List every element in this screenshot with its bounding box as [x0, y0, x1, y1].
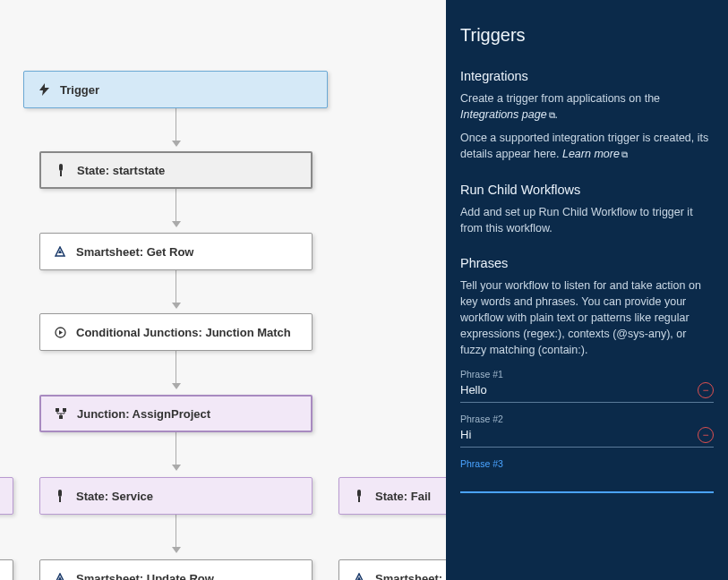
- arrow-head-icon: [172, 141, 181, 147]
- node-label: State: Fail: [375, 490, 431, 503]
- svg-rect-1: [60, 171, 62, 176]
- phrase-label: Phrase #3: [460, 458, 714, 469]
- workflow-canvas[interactable]: Trigger State: startstate Smartsheet: Ge…: [0, 0, 446, 580]
- phrases-heading: Phrases: [460, 256, 714, 270]
- node-smartsheet-getrow[interactable]: Smartsheet: Get Row: [39, 233, 313, 270]
- sidebar-title: Triggers: [460, 25, 714, 46]
- svg-rect-8: [357, 490, 361, 497]
- node-label: Smartsheet: Add: [375, 572, 446, 581]
- arrow-head-icon: [172, 465, 181, 471]
- svg-rect-9: [358, 497, 360, 502]
- integrations-page-link[interactable]: Integrations page⧉: [460, 108, 555, 121]
- svg-rect-0: [59, 164, 63, 171]
- node-label: Smartsheet: Update Row: [76, 572, 214, 581]
- svg-rect-4: [63, 408, 66, 412]
- connector: [176, 432, 176, 465]
- arrow-head-icon: [172, 547, 181, 553]
- node-label: State: startstate: [77, 164, 165, 177]
- node-state-fail[interactable]: State: Fail: [338, 477, 446, 515]
- svg-rect-5: [59, 415, 63, 419]
- phrase-field-1: Phrase #1 −: [460, 369, 714, 403]
- node-label: Trigger: [60, 83, 99, 97]
- node-state-service[interactable]: State: Service: [39, 477, 313, 515]
- phrase-field-2: Phrase #2 −: [460, 414, 714, 448]
- sidebar-panel: Triggers Integrations Create a trigger f…: [446, 0, 728, 580]
- junction-icon: [54, 406, 68, 421]
- node-smartsheet-addrow[interactable]: Smartsheet: Add: [338, 559, 446, 580]
- connector: [176, 270, 176, 303]
- phrases-desc: Tell your workflow to listen for and tak…: [460, 277, 714, 359]
- integrations-desc-1: Create a trigger from applications on th…: [460, 90, 714, 123]
- integrations-desc-2: Once a supported integration trigger is …: [460, 130, 714, 162]
- remove-phrase-button[interactable]: −: [698, 427, 714, 443]
- remove-phrase-button[interactable]: −: [698, 382, 714, 398]
- phrase-label: Phrase #1: [460, 369, 714, 380]
- smartsheet-icon: [352, 571, 366, 580]
- svg-rect-6: [58, 490, 62, 497]
- phrase-label: Phrase #2: [460, 414, 714, 424]
- phrase-input-3[interactable]: [460, 471, 714, 488]
- connector: [176, 108, 176, 141]
- runchild-heading: Run Child Workflows: [460, 183, 714, 197]
- external-link-icon: ⧉: [549, 109, 555, 123]
- svg-rect-3: [56, 408, 59, 412]
- connector: [176, 189, 176, 221]
- smartsheet-icon: [53, 244, 67, 259]
- node-label: Conditional Junctions: Junction Match: [76, 326, 291, 339]
- phrase-field-3: Phrase #3: [460, 458, 714, 493]
- connector: [176, 515, 176, 547]
- node-label: State: Service: [76, 490, 153, 503]
- play-circle-icon: [53, 325, 67, 339]
- integrations-heading: Integrations: [460, 69, 714, 83]
- node-partial-left[interactable]: [0, 477, 13, 515]
- phrase-input-2[interactable]: [460, 426, 692, 443]
- text: Create a trigger from applications on th…: [460, 92, 660, 105]
- arrow-head-icon: [172, 383, 181, 389]
- node-smartsheet-updaterow[interactable]: Smartsheet: Update Row: [39, 559, 313, 580]
- lightning-icon: [37, 82, 51, 97]
- learn-more-link[interactable]: Learn more⧉: [562, 148, 628, 160]
- link-text: Learn more: [562, 148, 620, 160]
- node-state-startstate[interactable]: State: startstate: [39, 151, 313, 189]
- node-conditional-junction[interactable]: Conditional Junctions: Junction Match: [39, 313, 313, 351]
- link-text: Integrations page: [460, 108, 547, 121]
- runchild-desc: Add and set up Run Child Workflow to tri…: [460, 204, 714, 236]
- node-trigger[interactable]: Trigger: [23, 71, 328, 108]
- external-link-icon: ⧉: [621, 149, 628, 162]
- connector: [176, 351, 176, 383]
- node-junction-assignproject[interactable]: Junction: AssignProject: [39, 395, 313, 432]
- phrase-input-1[interactable]: [460, 381, 692, 398]
- node-label: Smartsheet: Get Row: [76, 245, 193, 259]
- state-icon: [53, 489, 67, 503]
- state-icon: [352, 489, 366, 503]
- node-label: Junction: AssignProject: [77, 407, 210, 421]
- arrow-head-icon: [172, 221, 181, 227]
- svg-rect-7: [59, 497, 61, 502]
- arrow-head-icon: [172, 303, 181, 309]
- smartsheet-icon: [53, 571, 67, 580]
- node-partial-left-2[interactable]: [0, 559, 13, 580]
- state-icon: [54, 163, 68, 177]
